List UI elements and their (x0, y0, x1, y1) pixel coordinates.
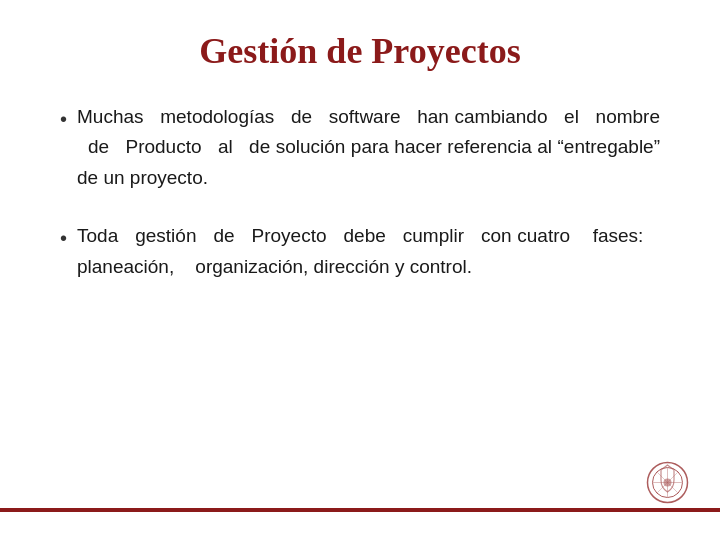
bullet-dot-1: • (60, 104, 67, 134)
bullet-text-2: Toda gestión de Proyecto debe cumplir co… (77, 221, 660, 282)
slide-container: Gestión de Proyectos • Muchas metodologí… (0, 0, 720, 540)
bullet-dot-2: • (60, 223, 67, 253)
svg-point-2 (664, 479, 672, 487)
logo-emblem (645, 460, 690, 505)
content-area: • Muchas metodologías de software han ca… (60, 102, 660, 500)
slide-title: Gestión de Proyectos (60, 30, 660, 72)
bullet-item-1: • Muchas metodologías de software han ca… (60, 102, 660, 193)
bullet-item-2: • Toda gestión de Proyecto debe cumplir … (60, 221, 660, 282)
bottom-decorative-line (0, 508, 720, 512)
bullet-text-1: Muchas metodologías de software han camb… (77, 102, 660, 193)
